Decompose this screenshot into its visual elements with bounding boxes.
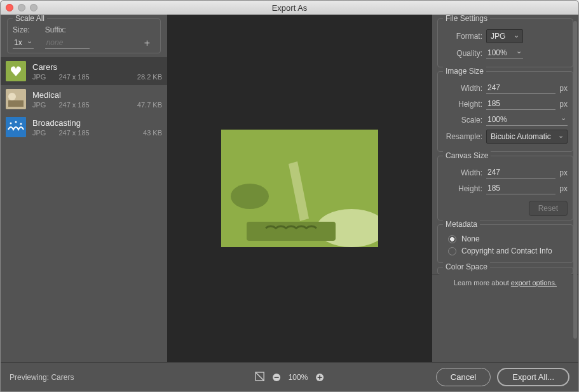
canvas-width-input[interactable] <box>486 166 555 179</box>
radio-icon <box>448 247 456 255</box>
svg-point-6 <box>15 121 17 123</box>
zoom-in-button[interactable] <box>315 373 324 382</box>
zoom-out-button[interactable] <box>272 373 281 382</box>
canvas-width-label: Width: <box>443 168 482 177</box>
footer: Previewing: Carers 100% Cancel Export Al… <box>1 362 578 391</box>
left-panel: Scale All Size: 1x Suffix: + CarersJPG2 <box>1 15 167 362</box>
svg-point-3 <box>8 93 16 100</box>
format-dropdown[interactable]: JPG <box>486 29 523 43</box>
add-scale-button[interactable]: + <box>144 37 150 49</box>
reset-button[interactable]: Reset <box>529 201 568 216</box>
format-label: Format: <box>443 32 482 41</box>
zoom-controls: 100% <box>255 372 325 383</box>
preview-area <box>167 15 432 362</box>
img-width-label: Width: <box>443 84 482 93</box>
scale-all-legend: Scale All <box>13 15 47 23</box>
asset-row[interactable]: CarersJPG247 x 18528.2 KB <box>1 57 167 85</box>
img-width-unit: px <box>559 84 568 93</box>
scrollbar[interactable] <box>573 21 577 339</box>
svg-rect-14 <box>274 377 278 378</box>
suffix-label: Suffix: <box>45 25 90 34</box>
svg-point-5 <box>10 123 12 125</box>
metadata-legend: Metadata <box>443 220 480 229</box>
file-settings-fieldset: File Settings Format: JPG Quality: 100% <box>437 18 573 67</box>
zoom-value: 100% <box>289 373 308 382</box>
titlebar: Export As <box>1 1 578 15</box>
previewing-label: Previewing: Carers <box>10 373 74 382</box>
asset-thumbnail <box>6 89 26 109</box>
canvas-size-fieldset: Canvas Size Width: px Height: px Reset <box>437 156 573 220</box>
zoom-window-button <box>30 4 37 11</box>
asset-format: JPG <box>32 129 46 137</box>
scale-all-fieldset: Scale All Size: 1x Suffix: + <box>7 18 161 53</box>
learn-more-text: Learn more about export options. <box>432 274 578 290</box>
asset-thumbnail <box>6 61 26 81</box>
asset-thumbnail <box>6 117 26 137</box>
right-panel: File Settings Format: JPG Quality: 100% … <box>432 15 578 362</box>
window-title: Export As <box>1 3 578 13</box>
metadata-none-label: None <box>461 234 480 243</box>
svg-point-11 <box>231 184 269 209</box>
color-space-fieldset: Color Space <box>437 267 573 274</box>
resample-label: Resample: <box>443 132 482 141</box>
asset-name: Carers <box>32 62 162 72</box>
asset-format: JPG <box>32 73 46 81</box>
asset-row[interactable]: BroadcastingJPG247 x 18543 KB <box>1 113 167 141</box>
canvas-height-label: Height: <box>443 184 482 193</box>
export-options-link[interactable]: export options. <box>511 279 557 287</box>
asset-list: CarersJPG247 x 18528.2 KBMedicalJPG247 x… <box>1 57 167 362</box>
image-size-legend: Image Size <box>443 67 486 76</box>
svg-point-7 <box>20 123 22 125</box>
svg-rect-10 <box>247 222 336 241</box>
asset-dimensions: 247 x 185 <box>58 73 89 81</box>
svg-rect-2 <box>8 100 24 107</box>
metadata-none-radio[interactable]: None <box>448 234 568 243</box>
asset-filesize: 47.7 KB <box>137 101 162 109</box>
cancel-button[interactable]: Cancel <box>436 368 491 386</box>
metadata-contact-radio[interactable]: Copyright and Contact Info <box>448 247 568 255</box>
close-window-button[interactable] <box>6 4 13 11</box>
color-space-legend: Color Space <box>443 262 490 271</box>
resample-dropdown[interactable]: Bicubic Automatic <box>486 130 568 144</box>
asset-row[interactable]: MedicalJPG247 x 18547.7 KB <box>1 85 167 113</box>
size-dropdown[interactable]: 1x <box>13 37 34 49</box>
asset-filesize: 43 KB <box>143 129 162 137</box>
metadata-contact-label: Copyright and Contact Info <box>461 247 552 255</box>
canvas-height-input[interactable] <box>486 182 555 194</box>
asset-dimensions: 247 x 185 <box>58 129 89 137</box>
img-scale-label: Scale: <box>443 116 482 125</box>
canvas-width-unit: px <box>559 168 568 177</box>
quality-label: Quality: <box>443 49 482 58</box>
export-as-dialog: Export As Scale All Size: 1x Suffix: <box>0 0 579 392</box>
image-size-fieldset: Image Size Width: px Height: px Scale: 1… <box>437 71 573 152</box>
asset-filesize: 28.2 KB <box>137 73 162 81</box>
canvas-size-legend: Canvas Size <box>443 151 491 160</box>
canvas-height-unit: px <box>559 184 568 193</box>
metadata-fieldset: Metadata None Copyright and Contact Info <box>437 224 573 263</box>
export-all-button[interactable]: Export All... <box>497 368 569 386</box>
img-height-label: Height: <box>443 100 482 109</box>
radio-icon <box>448 235 456 243</box>
asset-format: JPG <box>32 101 46 109</box>
img-height-input[interactable] <box>486 98 555 110</box>
suffix-input[interactable] <box>45 37 90 49</box>
file-settings-legend: File Settings <box>443 15 490 23</box>
crop-icon[interactable] <box>255 372 264 383</box>
img-width-input[interactable] <box>486 82 555 94</box>
img-scale-dropdown[interactable]: 100% <box>486 114 568 126</box>
img-height-unit: px <box>559 100 568 109</box>
preview-image <box>221 130 378 247</box>
asset-dimensions: 247 x 185 <box>58 101 89 109</box>
size-label: Size: <box>13 25 34 34</box>
svg-rect-17 <box>320 375 321 379</box>
minimize-window-button <box>18 4 25 11</box>
asset-name: Broadcasting <box>32 118 162 128</box>
quality-dropdown[interactable]: 100% <box>486 47 523 59</box>
asset-name: Medical <box>32 90 162 100</box>
